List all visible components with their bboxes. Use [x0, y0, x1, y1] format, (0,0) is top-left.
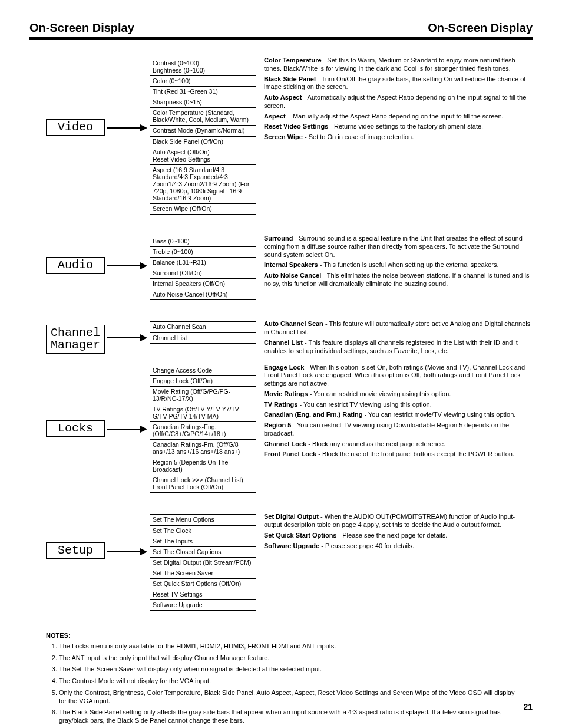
description-line: Channel List - This feature displays all…	[264, 339, 533, 355]
arrow-icon	[107, 425, 147, 433]
description-line: Front Panel Lock - Block the use of the …	[264, 450, 533, 459]
video-descriptions: Color Temperature - Set this to Warm, Me…	[264, 57, 533, 144]
title-left: On-Screen Display	[29, 21, 134, 35]
page-number: 21	[523, 702, 533, 711]
svg-marker-1	[140, 124, 147, 131]
list-item: Sharpness (0~15)	[150, 97, 256, 108]
term: Screen Wipe	[264, 133, 303, 140]
section-setup: SetupSet The Menu OptionsSet The ClockSe…	[29, 514, 533, 611]
definition: - Please see the next page for details.	[336, 532, 447, 539]
description-line: Canadian (Eng. and Frn.) Rating - You ca…	[264, 411, 533, 419]
list-item: Engage Lock (Off/On)	[150, 376, 256, 387]
section-audio: AudioBass (0~100)Treble (0~100)Balance (…	[29, 236, 533, 300]
list-item: Auto Aspect (Off/On)Reset Video Settings	[150, 147, 256, 165]
definition: - This function is useful when setting u…	[318, 261, 499, 268]
description-line: Region 5 - You can restrict TV viewing u…	[264, 421, 533, 438]
section-channel: ChannelManagerAuto Channel ScanChannel L…	[29, 321, 533, 343]
svg-marker-7	[140, 426, 147, 433]
definition: - Please see page 40 for details.	[319, 542, 414, 549]
list-item: Canadian Ratings-Eng. (Off/C/C8+/G/PG/14…	[150, 422, 256, 440]
term: Front Panel Lock	[264, 450, 316, 457]
arrow-icon	[107, 262, 147, 270]
description-line: Screen Wipe - Set to On in case of image…	[264, 133, 533, 141]
list-item: Set The Clock	[150, 526, 256, 536]
setup-label-line: Setup	[47, 544, 104, 556]
setup-cells: Set The Menu OptionsSet The ClockSet The…	[150, 514, 256, 611]
definition: - Surround sound is a special feature in…	[264, 235, 523, 258]
term: Channel List	[264, 339, 303, 346]
term: Canadian (Eng. and Frn.) Rating	[264, 411, 362, 418]
description-line: Aspect – Manually adjust the Aspect Rati…	[264, 113, 533, 121]
term: Movie Ratings	[264, 390, 308, 397]
list-item: Movie Rating (Off/G/PG/PG-13/R/NC-17/X)	[150, 387, 256, 404]
definition: - You can restrict TV viewing using Down…	[264, 421, 509, 437]
definition: - You can restrict movie viewing using t…	[308, 390, 451, 397]
term: Software Upgrade	[264, 542, 319, 549]
term: Auto Channel Scan	[264, 320, 323, 327]
list-item: Reset TV Settings	[150, 589, 256, 600]
page: On-Screen Display On-Screen Display Vide…	[0, 0, 562, 728]
arrow-icon	[107, 334, 147, 342]
channel-cells: Auto Channel ScanChannel List	[150, 321, 256, 343]
list-item: Aspect (16:9 Standard/4:3 Standard/4:3 E…	[150, 165, 256, 204]
description-line: Surround - Surround sound is a special f…	[264, 235, 533, 259]
audio-label-line: Audio	[47, 259, 104, 271]
term: Reset Video Settings	[264, 123, 328, 130]
list-item: Color (0~100)	[150, 76, 256, 87]
svg-marker-9	[140, 548, 147, 555]
note-item: The ANT input is the only input that wil…	[59, 654, 520, 663]
description-line: Engage Lock - When this option is set On…	[264, 364, 533, 388]
list-item: TV Ratings (Off/TV-Y/TV-Y7/TV-G/TV-PG/TV…	[150, 404, 256, 422]
list-item: Contrast (0~100)Brightness (0~100)	[150, 58, 256, 76]
definition: - You can restrict movie/TV viewing usin…	[362, 411, 515, 418]
description-line: Internal Speakers - This function is use…	[264, 261, 533, 269]
arrow-icon	[107, 124, 147, 132]
list-item: Change Access Code	[150, 365, 256, 376]
list-item: Auto Channel Scan	[150, 322, 256, 332]
term: Set Quick Start Options	[264, 532, 336, 539]
list-item: Region 5 (Depends On The Broadcast)	[150, 457, 256, 475]
list-item: Set Digital Output (Bit Stream/PCM)	[150, 558, 256, 568]
term: Region 5	[264, 421, 291, 429]
note-item: The Locks menu is only available for the…	[59, 643, 520, 651]
term: TV Ratings	[264, 401, 297, 408]
arrow-icon	[107, 548, 147, 556]
description-line: Black Side Panel - Turn On/Off the gray …	[264, 75, 533, 92]
term: Engage Lock	[264, 364, 304, 371]
definition: - Set to On in case of image retention.	[303, 133, 414, 140]
channel-label-line: Channel	[47, 327, 104, 339]
term: Color Temperature	[264, 57, 322, 64]
term: Auto Noise Cancel	[264, 272, 321, 279]
notes-list: The Locks menu is only available for the…	[46, 643, 520, 725]
list-item: Auto Noise Cancel (Off/On)	[150, 289, 256, 300]
channel-label-line: Manager	[47, 339, 104, 351]
definition: - Block any channel as the next page ref…	[306, 440, 445, 447]
description-line: Set Quick Start Options - Please see the…	[264, 532, 533, 540]
description-line: TV Ratings - You can restrict TV viewing…	[264, 401, 533, 409]
list-item: Set The Screen Saver	[150, 568, 256, 579]
locks-cells: Change Access CodeEngage Lock (Off/On)Mo…	[150, 365, 256, 493]
audio-descriptions: Surround - Surround sound is a special f…	[264, 235, 533, 291]
note-item: Only the Contrast, Brightness, Color Tem…	[59, 689, 520, 706]
list-item: Channel Lock >>> (Channel List)Front Pan…	[150, 475, 256, 493]
list-item: Surround (Off/On)	[150, 268, 256, 279]
description-line: Software Upgrade - Please see page 40 fo…	[264, 542, 533, 551]
list-item: Bass (0~100)	[150, 236, 256, 247]
note-item: The Contrast Mode will not display for t…	[59, 677, 520, 686]
list-item: Screen Wipe (Off/On)	[150, 204, 256, 215]
description-line: Reset Video Settings - Returns video set…	[264, 123, 533, 131]
list-item: Set Quick Start Options (Off/On)	[150, 579, 256, 589]
description-line: Channel Lock - Block any channel as the …	[264, 440, 533, 449]
notes-heading: NOTES:	[46, 632, 520, 640]
note-item: The Black Side Panel setting only affect…	[59, 709, 520, 725]
title-right: On-Screen Display	[428, 21, 533, 35]
notes: NOTES: The Locks menu is only available …	[46, 632, 520, 725]
list-item: Internal Speakers (Off/On)	[150, 279, 256, 289]
svg-marker-3	[140, 262, 147, 269]
term: Surround	[264, 235, 293, 242]
svg-marker-5	[140, 334, 147, 341]
description-line: Auto Channel Scan - This feature will au…	[264, 320, 533, 337]
titlebar: On-Screen Display On-Screen Display	[29, 21, 533, 40]
term: Aspect	[264, 113, 286, 120]
list-item: Black Side Panel (Off/On)	[150, 137, 256, 147]
